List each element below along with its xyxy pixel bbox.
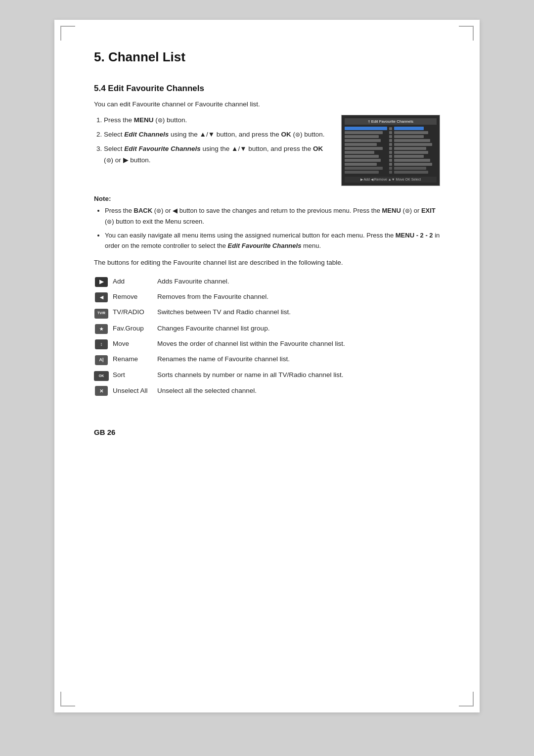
desc-para: The buttons for editing the Favourite ch… xyxy=(94,259,440,266)
back-bold: BACK xyxy=(134,207,153,214)
content-area: Press the MENU (⊜) button. Select Edit C… xyxy=(94,115,440,186)
step-3: Select Edit Favourite Channels using the… xyxy=(104,143,329,166)
btn-name-add: Add xyxy=(113,274,157,289)
screen-mockup: † Edit Favourite Channels xyxy=(341,115,440,186)
btn-icon-remove: ◀ xyxy=(94,289,113,305)
edit-fav-bold-2: Edit Favourite Channels xyxy=(228,242,302,249)
section-title: 5.4 Edit Favourite Channels xyxy=(94,84,440,94)
menu-icon: ⊜ xyxy=(158,117,163,124)
rename-icon: A| xyxy=(95,355,108,365)
button-table-body: ▶ Add Adds Favourite channel. ◀ Remove R… xyxy=(94,274,440,398)
ok-icon-1: ⊜ xyxy=(295,131,300,138)
button-table: ▶ Add Adds Favourite channel. ◀ Remove R… xyxy=(94,274,440,398)
corner-br xyxy=(459,692,474,707)
btn-icon-tvradio: TV/R xyxy=(94,305,113,321)
unselect-icon: ✕ xyxy=(95,386,108,396)
table-row: ✕ Unselect All Unselect all the selected… xyxy=(94,383,440,399)
table-row: ◀ Remove Removes from the Favourite chan… xyxy=(94,289,440,305)
steps-area: Press the MENU (⊜) button. Select Edit C… xyxy=(94,115,329,169)
btn-desc-tvradio: Switches between TV and Radio channel li… xyxy=(157,305,440,321)
edit-fav-bold: Edit Favourite Channels xyxy=(124,145,201,152)
btn-desc-unselect: Unselect all the selected channel. xyxy=(157,383,440,399)
btn-name-rename: Rename xyxy=(113,352,157,368)
ok-bold-2: OK xyxy=(313,145,323,152)
menu-bold: MENU xyxy=(134,116,154,124)
corner-bl xyxy=(60,692,75,707)
step-2: Select Edit Channels using the ▲/▼ butto… xyxy=(104,129,329,141)
note-item-2: You can easily navigate all menu items u… xyxy=(105,230,440,251)
ok-bold-1: OK xyxy=(281,131,291,138)
btn-desc-move: Moves the order of channel list within t… xyxy=(157,336,440,352)
exit-bold: EXIT xyxy=(421,207,436,214)
btn-name-remove: Remove xyxy=(113,289,157,305)
menu-2-2: MENU - 2 - 2 xyxy=(396,232,433,239)
step-1: Press the MENU (⊜) button. xyxy=(104,115,329,126)
note-label: Note: xyxy=(94,195,440,202)
add-icon: ▶ xyxy=(95,277,108,287)
table-row: ▶ Add Adds Favourite channel. xyxy=(94,274,440,289)
btn-name-tvradio: TV/RADIO xyxy=(113,305,157,321)
note-item-1: Press the BACK (⊜) or ◀ button to save t… xyxy=(105,205,440,227)
favgroup-icon: ★ xyxy=(95,324,108,334)
btn-desc-remove: Removes from the Favourite channel. xyxy=(157,289,440,305)
tvradio-icon: TV/R xyxy=(94,309,108,319)
menu-bold-2: MENU xyxy=(382,207,401,214)
btn-name-move: Move xyxy=(113,336,157,352)
btn-icon-rename: A| xyxy=(94,352,113,368)
btn-name-sort: Sort xyxy=(113,368,157,383)
remove-icon: ◀ xyxy=(95,292,108,302)
btn-icon-unselect: ✕ xyxy=(94,383,113,399)
btn-icon-favgroup: ★ xyxy=(94,321,113,337)
screen-footer: ▶ Add ◀ Remove ▲▼ Move OK Select xyxy=(345,177,437,183)
btn-name-unselect: Unselect All xyxy=(113,383,157,399)
steps-list: Press the MENU (⊜) button. Select Edit C… xyxy=(94,115,329,166)
chapter-title: 5. Channel List xyxy=(94,49,440,69)
btn-desc-rename: Renames the name of Favourite channel li… xyxy=(157,352,440,368)
ok-icon-2: ⊜ xyxy=(106,157,111,164)
table-row: ↕ Move Moves the order of channel list w… xyxy=(94,336,440,352)
btn-icon-move: ↕ xyxy=(94,336,113,352)
footer-label: GB 26 xyxy=(94,428,440,436)
back-icon: ⊜ xyxy=(156,207,161,214)
btn-desc-add: Adds Favourite channel. xyxy=(157,274,440,289)
table-row: TV/R TV/RADIO Switches between TV and Ra… xyxy=(94,305,440,321)
corner-tl xyxy=(60,26,75,41)
edit-channels-bold: Edit Channels xyxy=(124,131,169,138)
btn-desc-sort: Sorts channels by number or name in all … xyxy=(157,368,440,383)
btn-icon-sort: OK xyxy=(94,368,113,383)
menu-icon-2: ⊜ xyxy=(405,207,410,214)
btn-icon-add: ▶ xyxy=(94,274,113,289)
sort-icon: OK xyxy=(94,371,109,381)
corner-tr xyxy=(459,26,474,41)
intro-text: You can edit Favourite channel or Favour… xyxy=(94,100,440,108)
screen-title: † Edit Favourite Channels xyxy=(345,118,437,125)
btn-name-favgroup: Fav.Group xyxy=(113,321,157,337)
move-icon: ↕ xyxy=(95,339,108,349)
table-row: ★ Fav.Group Changes Favourite channel li… xyxy=(94,321,440,337)
exit-icon: ⊜ xyxy=(107,218,112,225)
note-list: Press the BACK (⊜) or ◀ button to save t… xyxy=(94,205,440,251)
page: 5. Channel List 5.4 Edit Favourite Chann… xyxy=(54,20,480,712)
note-section: Note: Press the BACK (⊜) or ◀ button to … xyxy=(94,195,440,251)
table-row: A| Rename Renames the name of Favourite … xyxy=(94,352,440,368)
table-row: OK Sort Sorts channels by number or name… xyxy=(94,368,440,383)
btn-desc-favgroup: Changes Favourite channel list group. xyxy=(157,321,440,337)
